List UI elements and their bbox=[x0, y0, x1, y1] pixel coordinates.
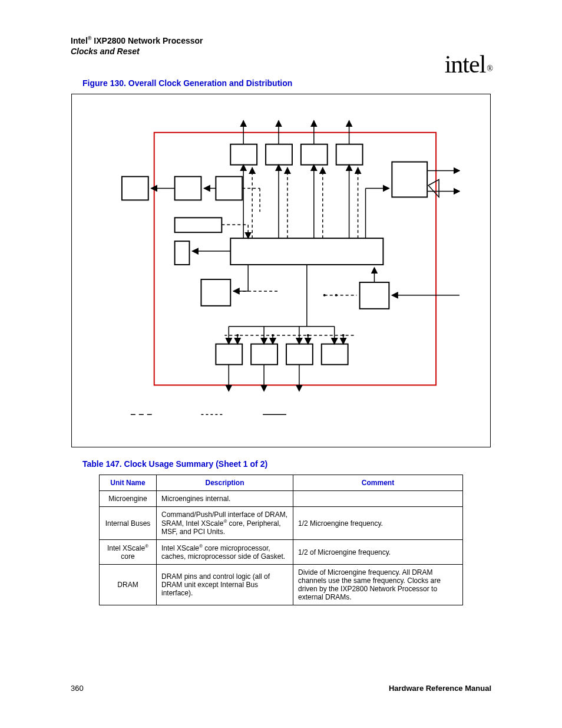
svg-rect-19 bbox=[175, 241, 190, 265]
unit-cell: DRAM bbox=[100, 565, 157, 605]
svg-rect-49 bbox=[322, 344, 348, 365]
clock-diagram bbox=[72, 94, 490, 447]
svg-rect-14 bbox=[392, 162, 427, 197]
svg-rect-11 bbox=[216, 177, 242, 200]
svg-rect-2 bbox=[266, 144, 292, 165]
svg-point-61 bbox=[272, 334, 274, 337]
svg-point-43 bbox=[323, 294, 326, 297]
comment-cell bbox=[293, 491, 463, 507]
svg-rect-10 bbox=[175, 177, 201, 200]
desc-cell: Intel XScale® core microprocessor, cache… bbox=[157, 540, 293, 565]
svg-rect-46 bbox=[216, 344, 242, 365]
page-footer: 360 Hardware Reference Manual bbox=[71, 684, 491, 693]
svg-rect-48 bbox=[286, 344, 313, 365]
svg-rect-18 bbox=[230, 238, 383, 265]
desc-cell: Command/Push/Pull interface of DRAM, SRA… bbox=[157, 507, 293, 540]
unit-cell: Internal Buses bbox=[100, 507, 157, 540]
svg-rect-1 bbox=[230, 144, 257, 165]
svg-rect-9 bbox=[122, 177, 148, 200]
svg-rect-0 bbox=[154, 133, 436, 386]
table-row: Intel XScale® core Intel XScale® core mi… bbox=[100, 540, 463, 565]
logo-reg: ® bbox=[487, 64, 492, 73]
table-row: Internal Buses Command/Push/Pull interfa… bbox=[100, 507, 463, 540]
svg-rect-47 bbox=[251, 344, 277, 365]
table-row: DRAM DRAM pins and control logic (all of… bbox=[100, 565, 463, 605]
product-name: IXP2800 Network Processor bbox=[91, 36, 203, 45]
svg-rect-4 bbox=[336, 144, 363, 165]
svg-point-62 bbox=[307, 334, 309, 337]
col-description: Description bbox=[157, 475, 293, 491]
intel-logo: intel® bbox=[445, 50, 491, 78]
svg-point-44 bbox=[335, 294, 338, 297]
header-text: Intel® IXP2800 Network Processor Clocks … bbox=[71, 35, 203, 57]
svg-rect-17 bbox=[175, 218, 222, 232]
col-comment: Comment bbox=[293, 475, 463, 491]
clock-usage-table: Unit Name Description Comment Microengin… bbox=[99, 475, 463, 605]
comment-cell: 1/2 Microengine frequency. bbox=[293, 507, 463, 540]
page-header: Intel® IXP2800 Network Processor Clocks … bbox=[71, 35, 491, 64]
unit-cell: Intel XScale® core bbox=[100, 540, 157, 565]
col-unit-name: Unit Name bbox=[100, 475, 157, 491]
figure-caption: Figure 130. Overall Clock Generation and… bbox=[82, 78, 491, 88]
table-row: Microengine Microengines internal. bbox=[100, 491, 463, 507]
comment-cell: Divide of Microengine frequency. All DRA… bbox=[293, 565, 463, 605]
svg-point-60 bbox=[236, 334, 239, 337]
comment-cell: 1/2 of Microengine frequency. bbox=[293, 540, 463, 565]
svg-rect-35 bbox=[201, 279, 230, 306]
manual-title: Hardware Reference Manual bbox=[389, 684, 491, 693]
section-title: Clocks and Reset bbox=[71, 47, 140, 56]
figure-box bbox=[71, 94, 491, 447]
svg-rect-39 bbox=[360, 282, 389, 309]
brand: Intel bbox=[71, 36, 88, 45]
desc-cell: DRAM pins and control logic (all of DRAM… bbox=[157, 565, 293, 605]
unit-cell: Microengine bbox=[100, 491, 157, 507]
desc-cell: Microengines internal. bbox=[157, 491, 293, 507]
svg-rect-3 bbox=[301, 144, 328, 165]
table-caption: Table 147. Clock Usage Summary (Sheet 1 … bbox=[82, 459, 491, 469]
svg-point-63 bbox=[342, 334, 345, 337]
table-header-row: Unit Name Description Comment bbox=[100, 475, 463, 491]
logo-text: intel bbox=[445, 51, 486, 78]
page-number: 360 bbox=[71, 684, 84, 693]
